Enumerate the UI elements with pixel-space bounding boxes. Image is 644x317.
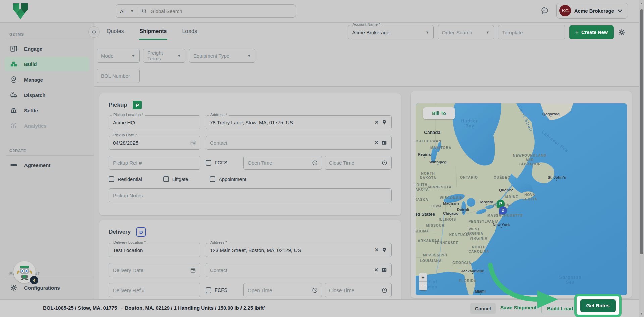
delivery-open-time-input[interactable]: Open Time <box>243 283 322 297</box>
pickup-residential-checkbox[interactable]: Residential <box>109 176 142 182</box>
checkbox-label: Appointment <box>219 177 246 182</box>
checkbox-icon <box>206 160 211 166</box>
chevron-down-icon: ▼ <box>177 54 181 58</box>
clear-icon[interactable]: ✕ <box>374 267 378 273</box>
build-load-button[interactable]: Build Load <box>541 303 579 314</box>
sidebar-item-label: Dispatch <box>24 92 45 98</box>
divider <box>6 39 94 39</box>
template-input[interactable]: Template <box>498 25 565 39</box>
sidebar-item-analytics: Analytics <box>5 118 89 133</box>
delivery-location-input[interactable]: Delivery Location * Test Location <box>109 243 200 257</box>
placeholder: Equipment Type <box>193 53 245 59</box>
tab-shipments[interactable]: Shipments <box>140 23 167 40</box>
divider <box>6 155 94 156</box>
settings-gear-icon[interactable] <box>618 29 625 36</box>
zoom-in-button[interactable]: + <box>419 273 427 282</box>
plus-icon: + <box>575 29 579 36</box>
sidebar-item-label: Configurations <box>24 285 60 291</box>
contact-card-icon[interactable] <box>381 140 387 146</box>
clock-icon <box>312 160 318 166</box>
clear-icon[interactable]: ✕ <box>374 140 378 146</box>
get-rates-button[interactable]: Get Rates <box>580 299 616 312</box>
bill-to-button[interactable]: Bill To <box>423 107 455 119</box>
scroll-up-icon[interactable]: ▲ <box>640 2 643 5</box>
bottom-action-bar: BOL-1065-25 / Stow, MA. 01775 → Boston, … <box>0 299 644 317</box>
clear-icon[interactable]: ✕ <box>374 247 379 253</box>
sidebar-item-dispatch[interactable]: Dispatch <box>5 88 89 102</box>
divider <box>138 7 138 15</box>
checkbox-icon <box>163 176 169 182</box>
contact-card-icon[interactable] <box>381 267 387 273</box>
mode-filter-select[interactable]: Mode ▼ <box>97 49 140 63</box>
sidebar-item-label: Build <box>24 61 37 67</box>
sidebar-item-settle[interactable]: Settle <box>5 103 89 118</box>
map[interactable]: Davis StraitQaqortoqHudson BayLabrador S… <box>416 103 627 295</box>
create-new-button[interactable]: + Create New <box>569 25 614 39</box>
sidebar-item-engage[interactable]: Engage <box>5 41 89 56</box>
delivery-contact-input[interactable]: Contact ✕ <box>206 263 392 277</box>
global-search-input[interactable] <box>151 8 291 14</box>
freight-terms-filter-select[interactable]: Freight Terms ▼ <box>143 49 185 63</box>
contacts-icon <box>10 45 17 52</box>
bol-number-input[interactable]: BOL Number <box>97 69 140 83</box>
sidebar-item-agreement[interactable]: Agreement <box>5 158 89 172</box>
sidebar-item-build[interactable]: Build <box>5 57 89 71</box>
chevron-down-icon: ▼ <box>131 54 135 58</box>
delivery-address-input[interactable]: Address * 123 Main Street, Boston, MA, 0… <box>206 243 392 257</box>
equipment-type-filter-select[interactable]: Equipment Type ▼ <box>189 49 255 63</box>
delivery-close-time-input[interactable]: Close Time <box>325 283 392 297</box>
pickup-contact-input[interactable]: Contact ✕ <box>206 136 392 150</box>
save-shipment-button[interactable]: Save Shipment <box>500 305 537 310</box>
tab-loads[interactable]: Loads <box>182 23 197 40</box>
pickup-close-time-input[interactable]: Close Time <box>325 156 392 170</box>
cancel-button[interactable]: Cancel <box>470 303 496 314</box>
zoom-out-button[interactable]: − <box>419 282 427 290</box>
pickup-address-input[interactable]: Address * 78 Trefry Lane, Stow, MA, 0177… <box>206 115 392 129</box>
account-name-select[interactable]: Account Name * Acme Brokerage ▼ <box>348 25 434 39</box>
calendar-icon[interactable] <box>190 140 196 146</box>
location-pin-icon[interactable] <box>381 247 387 253</box>
pickup-fcfs-checkbox[interactable]: FCFS <box>206 156 238 170</box>
pickup-notes-input[interactable]: Pickup Notes <box>109 188 392 202</box>
app-logo[interactable] <box>12 3 29 21</box>
scrollbar-thumb[interactable] <box>640 9 643 254</box>
delivery-fcfs-checkbox[interactable]: FCFS <box>206 283 238 297</box>
pickup-ref-input[interactable]: Pickup Ref # <box>109 156 200 170</box>
clock-hand-icon <box>10 76 17 83</box>
checkbox-label: FCFS <box>215 160 227 165</box>
chat-icon[interactable] <box>540 6 549 15</box>
sidebar-item-label: Settle <box>24 108 38 113</box>
clear-icon[interactable]: ✕ <box>374 119 379 125</box>
account-menu[interactable]: KC Acme Brokerage <box>556 3 628 19</box>
sidebar-collapse-button[interactable] <box>88 26 100 38</box>
placeholder: Close Time <box>329 160 379 166</box>
pickup-appointment-checkbox[interactable]: Appointment <box>210 176 246 182</box>
map-panel: Davis StraitQaqortoqHudson BayLabrador S… <box>411 91 632 298</box>
delivery-location-value: Test Location <box>113 247 196 253</box>
search-scope-select[interactable]: All ▼ <box>120 8 134 14</box>
pickup-address-value: 78 Trefry Lane, Stow, MA, 01775, US <box>210 120 372 125</box>
assistant-widget[interactable]: 4 <box>13 261 36 283</box>
checkbox-label: Liftgate <box>172 177 189 182</box>
chevron-down-icon: ▼ <box>486 30 490 34</box>
location-pin-icon[interactable] <box>381 119 387 126</box>
content-header: Quotes Shipments Loads Account Name * Ac… <box>94 23 639 87</box>
page-scrollbar[interactable]: ▲ ▼ <box>639 0 644 317</box>
placeholder: Delivery Date <box>113 267 187 273</box>
delivery-date-input[interactable]: Delivery Date <box>109 263 200 277</box>
chevron-down-icon <box>618 9 622 12</box>
pickup-open-time-input[interactable]: Open Time <box>243 156 322 170</box>
placeholder: Mode <box>101 53 129 59</box>
pickup-date-input[interactable]: Pickup Date * 04/28/2025 <box>109 136 200 150</box>
map-marker-d[interactable]: D <box>499 206 507 214</box>
tab-quotes[interactable]: Quotes <box>107 23 124 40</box>
pickup-liftgate-checkbox[interactable]: Liftgate <box>163 176 189 182</box>
sidebar-item-label: Manage <box>24 77 43 83</box>
calendar-icon[interactable] <box>190 267 196 273</box>
pickup-location-input[interactable]: Pickup Location * Acme HQ <box>109 115 200 129</box>
scroll-down-icon[interactable]: ▼ <box>640 312 643 315</box>
sidebar-item-manage[interactable]: Manage <box>5 72 89 87</box>
delivery-ref-input[interactable]: Delivery Ref # <box>109 283 200 297</box>
global-search: All ▼ <box>116 4 296 18</box>
order-search-select[interactable]: Order Search ▼ <box>438 25 494 39</box>
